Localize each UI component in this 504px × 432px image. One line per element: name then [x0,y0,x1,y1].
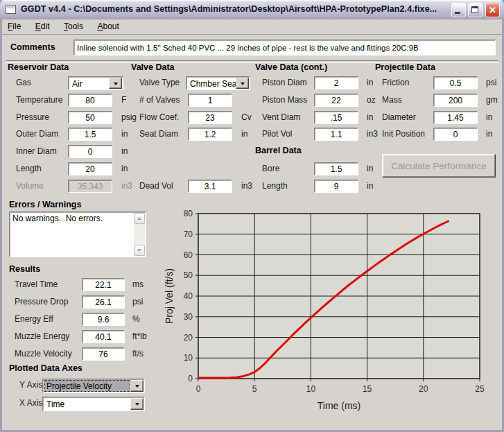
y-tick-label: 10 [184,353,193,363]
travel-time-unit: ms [132,279,144,289]
res-length-field[interactable] [68,162,112,175]
inner-diam-unit: in [121,146,128,156]
dead-vol-field[interactable] [188,180,232,193]
barrel-data-title: Barrel Data [255,146,302,155]
valve-type-dropdown-button[interactable] [236,78,249,89]
inner-diam-field[interactable] [68,145,112,158]
diameter-row: Diameter in [375,111,501,126]
barrel-length-unit: in [367,181,373,191]
valve-type-row: Valve Type Chmber Seal [131,76,254,91]
chevron-down-icon [137,249,141,254]
window-title: GGDT v4.4 - C:\Documents and Settings\Ad… [21,4,437,14]
valve-type-select[interactable]: Chmber Seal [186,76,250,90]
muzzle-energy-field[interactable] [82,330,125,343]
travel-time-field[interactable] [82,278,125,291]
comments-label: Comments [10,42,55,52]
pilot-vol-field[interactable] [314,128,358,141]
pressure-drop-field[interactable] [82,295,125,309]
menu-bar: File Edit Tools About [2,19,502,35]
pressure-row: Pressure psig [8,111,131,126]
piston-mass-label: Piston Mass [262,95,307,105]
reservoir-data-title: Reservoir Data [8,62,69,72]
friction-unit: psi [486,78,496,87]
chevron-down-icon [114,83,118,87]
scroll-down-button[interactable] [134,245,145,256]
valve-type-value: Chmber Seal [188,78,236,89]
maximize-button[interactable] [468,3,483,17]
num-valves-field[interactable] [188,94,232,107]
title-bar[interactable]: GGDT v4.4 - C:\Documents and Settings\Ad… [0,0,504,19]
init-position-field[interactable] [433,128,478,141]
vent-diam-field[interactable] [314,111,358,124]
muzzle-velocity-row: Muzzle Velocity ft/s [9,347,155,362]
minimize-button[interactable] [451,3,466,17]
muzzle-velocity-unit: ft/s [132,349,144,358]
temperature-row: Temperature F [8,94,131,108]
flow-coef-field[interactable] [188,111,232,124]
energy-eff-field[interactable] [82,313,125,326]
errors-warnings-title: Errors / Warnings [9,200,81,209]
init-position-label: Init Position [382,129,425,139]
y-tick-label: 70 [184,230,193,239]
gas-dropdown-button[interactable] [109,78,122,89]
dead-vol-row: Dead Vol in3 [131,180,254,194]
gas-row: Gas Air [8,76,131,91]
barrel-length-field[interactable] [314,180,358,193]
num-valves-row: # of Valves [131,94,254,108]
projectile-data-title: Projectile Data [375,62,435,72]
errors-scrollbar[interactable] [134,213,145,256]
y-tick-label: 60 [184,250,193,260]
temperature-label: Temperature [16,95,62,105]
x-axis-dropdown-button[interactable] [130,398,144,410]
app-window: GGDT v4.4 - C:\Documents and Settings\Ad… [0,0,504,432]
piston-mass-field[interactable] [314,94,358,107]
y-tick-label: 80 [184,209,193,218]
menu-edit[interactable]: Edit [30,19,55,33]
bore-row: Bore in [255,162,379,177]
flow-coef-row: Flow Coef. Cv [131,111,254,126]
seat-diam-unit: in [241,129,247,139]
chevron-down-icon [135,385,139,390]
mass-field[interactable] [433,94,478,107]
close-button[interactable]: ✕ [485,3,500,17]
close-icon: ✕ [486,5,499,15]
volume-label: Volume [16,181,44,191]
y-tick-label: 30 [184,312,193,322]
outer-diam-field[interactable] [68,128,112,141]
y-axis-dropdown-button[interactable] [130,380,144,392]
minimize-icon [455,12,460,14]
x-axis-select[interactable]: Time [42,397,145,411]
maximize-icon [471,6,478,13]
menu-about[interactable]: About [92,19,124,33]
temperature-field[interactable] [68,94,112,107]
bore-label: Bore [262,164,279,173]
res-length-row: Length in [8,162,131,177]
barrel-length-row: Length in [255,180,379,194]
gas-select[interactable]: Air [68,76,123,90]
bore-field[interactable] [314,162,358,175]
piston-diam-label: Piston Diam [262,78,307,87]
piston-diam-field[interactable] [314,76,358,89]
outer-diam-unit: in [121,129,128,139]
friction-field[interactable] [433,76,478,89]
pressure-field[interactable] [68,111,112,124]
x-tick-label: 0 [196,384,201,394]
outer-diam-label: Outer Diam [16,129,58,139]
chevron-down-icon [241,83,245,87]
piston-diam-row: Piston Diam in [255,76,379,91]
errors-textbox[interactable]: No warnings. No errors. [9,211,146,257]
x-tick-label: 15 [363,384,372,394]
x-axis-row: X Axis Time [9,397,155,411]
scroll-up-button[interactable] [134,213,145,224]
menu-tools[interactable]: Tools [58,19,89,33]
pressure-drop-row: Pressure Drop psi [9,295,155,310]
y-axis-select[interactable]: Projectile Velocity [42,379,145,393]
menu-file[interactable]: File [2,19,26,33]
muzzle-velocity-field[interactable] [82,347,125,361]
piston-mass-unit: oz [367,95,376,105]
muzzle-velocity-label: Muzzle Velocity [15,349,72,358]
diameter-field[interactable] [433,111,478,124]
vent-diam-unit: in [367,112,373,122]
comments-input[interactable] [73,40,496,55]
seat-diam-field[interactable] [188,128,232,141]
